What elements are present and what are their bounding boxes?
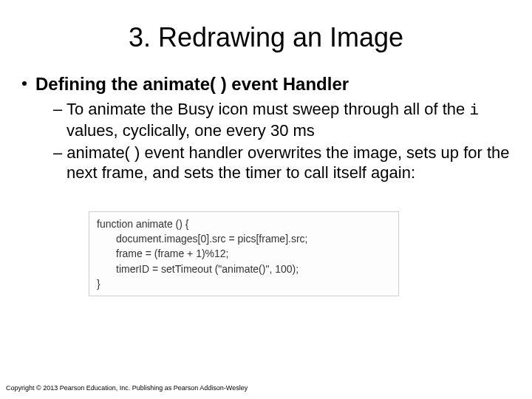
slide: 3. Redrawing an Image Defining the anima… — [0, 0, 532, 399]
bullet-1-text: Defining the animate( ) event Handler — [35, 74, 349, 94]
inline-code-i: i — [469, 102, 479, 119]
code-line: document.images[0].src = pics[frame].src… — [97, 231, 391, 246]
bullet-level-2: – animate( ) event handler overwrites th… — [22, 143, 510, 183]
sub-bullet-1-pre: – To animate the Busy icon must sweep th… — [53, 100, 469, 118]
copyright-text: Copyright © 2013 Pearson Education, Inc.… — [6, 384, 248, 392]
code-snippet: function animate () { document.images[0]… — [89, 211, 399, 296]
sub-bullet-1-post: values, cyclically, one every 30 ms — [66, 121, 315, 140]
code-line: } — [97, 276, 391, 291]
slide-title: 3. Redrawing an Image — [22, 22, 510, 53]
bullet-level-1: Defining the animate( ) event Handler — [22, 74, 510, 95]
code-line: function animate () { — [97, 216, 391, 231]
sub-bullet-2-text: – animate( ) event handler overwrites th… — [53, 143, 510, 183]
bullet-dot-icon — [22, 81, 27, 86]
bullet-level-2: – To animate the Busy icon must sweep th… — [22, 99, 510, 141]
code-line: frame = (frame + 1)%12; — [97, 246, 391, 261]
code-line: timerID = setTimeout ("animate()", 100); — [97, 262, 391, 276]
